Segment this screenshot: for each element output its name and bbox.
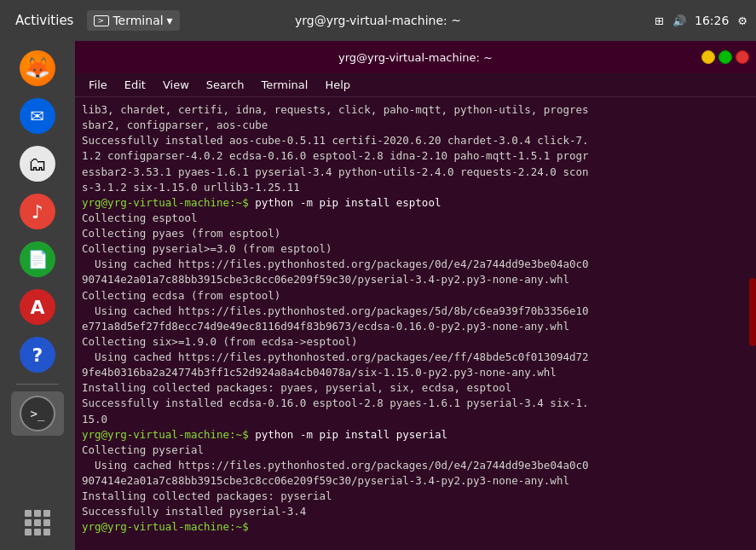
settings-icon[interactable]: ⚙ — [737, 14, 747, 27]
clock: 16:26 — [695, 14, 729, 27]
sidebar-item-help[interactable] — [11, 333, 64, 377]
sidebar-divider — [16, 384, 59, 385]
menu-edit[interactable]: Edit — [118, 76, 153, 94]
network-icon[interactable]: ⊞ — [655, 14, 664, 27]
sidebar-item-apps[interactable] — [11, 501, 64, 545]
close-button[interactable] — [736, 50, 749, 64]
terminal-output: lib3, chardet, certifi, idna, requests, … — [82, 102, 749, 536]
sidebar — [0, 41, 75, 550]
thunderbird-icon — [20, 98, 55, 134]
scrollbar[interactable] — [749, 278, 756, 346]
minimize-button[interactable] — [701, 50, 715, 64]
menu-search[interactable]: Search — [199, 76, 251, 94]
menu-terminal[interactable]: Terminal — [254, 76, 315, 94]
sidebar-item-terminal[interactable] — [11, 391, 64, 436]
files-icon — [20, 146, 55, 182]
help-icon — [20, 337, 55, 373]
volume-icon[interactable]: 🔊 — [672, 14, 686, 27]
sidebar-item-files[interactable] — [11, 142, 64, 186]
window-controls — [701, 50, 749, 64]
terminal-window: yrg@yrg-virtual-machine: ~ File Edit Vie… — [75, 41, 756, 550]
window-title: yrg@yrg-virtual-machine: ~ — [338, 51, 493, 64]
libreoffice-icon — [20, 241, 55, 277]
firefox-icon — [20, 50, 55, 86]
top-bar-left: Activities Terminal ▾ — [9, 9, 180, 32]
sidebar-item-firefox[interactable] — [11, 46, 64, 90]
terminal-btn-label: Terminal — [113, 14, 163, 27]
top-bar-right: ⊞ 🔊 16:26 ⚙ — [655, 14, 747, 27]
maximize-button[interactable] — [718, 50, 732, 64]
top-bar: Activities Terminal ▾ yrg@yrg-virtual-ma… — [0, 0, 756, 41]
menu-bar: File Edit View Search Terminal Help — [75, 73, 756, 97]
terminal-taskbar-icon — [94, 15, 109, 26]
top-bar-title: yrg@yrg-virtual-machine: ~ — [295, 14, 461, 27]
terminal-content[interactable]: lib3, chardet, certifi, idna, requests, … — [75, 97, 756, 550]
terminal-btn-arrow: ▾ — [167, 14, 173, 27]
menu-file[interactable]: File — [82, 76, 114, 94]
activities-button[interactable]: Activities — [9, 9, 80, 32]
sidebar-item-font[interactable] — [11, 285, 64, 329]
terminal-app-button[interactable]: Terminal ▾ — [87, 10, 179, 31]
menu-help[interactable]: Help — [318, 76, 357, 94]
sidebar-item-rhythmbox[interactable] — [11, 189, 64, 234]
rhythmbox-icon — [20, 194, 55, 229]
sidebar-item-libreoffice[interactable] — [11, 237, 64, 281]
show-apps-icon — [20, 505, 55, 541]
grid-dots — [25, 510, 50, 536]
font-icon — [20, 289, 55, 325]
terminal-sidebar-icon — [20, 396, 55, 431]
sidebar-item-thunderbird[interactable] — [11, 94, 64, 138]
terminal-titlebar: yrg@yrg-virtual-machine: ~ — [75, 41, 756, 73]
menu-view[interactable]: View — [156, 76, 196, 94]
